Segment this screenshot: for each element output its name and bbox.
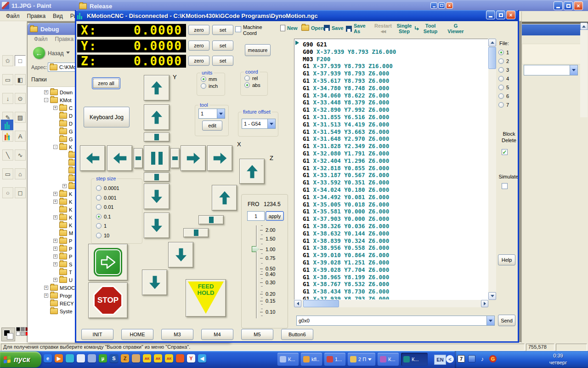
ellipse-tool-icon[interactable]: ○ <box>2 187 13 198</box>
file-icon-selected[interactable] <box>1 120 13 130</box>
jog-z-minus-step-button[interactable] <box>183 228 209 237</box>
minimize-icon[interactable] <box>430 2 437 9</box>
jog-z-plus-step-button[interactable] <box>198 215 224 224</box>
tree-expand-icon[interactable]: + <box>44 286 48 290</box>
chevron-down-icon[interactable] <box>66 52 70 54</box>
toolbar-tool-setup[interactable]: Tool Setup <box>422 23 439 34</box>
tray-collapse-icon[interactable]: < <box>446 355 454 363</box>
rectangle-tool-icon[interactable]: ▭ <box>2 168 13 179</box>
toolbar-new[interactable]: New <box>280 25 298 31</box>
antivirus-icon[interactable]: G <box>489 355 497 362</box>
toolbar-single-step[interactable]: Single Step <box>396 23 420 34</box>
jog-z-minus-fast-button[interactable] <box>142 270 167 295</box>
jog-x-minus-step-button[interactable] <box>134 148 143 168</box>
send-button[interactable]: Send <box>498 315 515 326</box>
display-settings-icon[interactable] <box>468 355 475 362</box>
debug-menu-item-1[interactable]: Правка <box>52 35 77 43</box>
brush-tool-icon[interactable]: ▨ <box>15 112 26 123</box>
step-size-option-0.0001[interactable]: 0.0001 <box>96 184 142 193</box>
file-option-1[interactable]: 1 <box>498 48 509 57</box>
release-window-titlebar[interactable]: Release × <box>76 1 455 11</box>
chevron-down-icon[interactable] <box>486 316 494 325</box>
rounded-rect-tool-icon[interactable]: ◻ <box>15 187 26 198</box>
tree-expand-icon[interactable]: + <box>53 262 57 266</box>
polygon-tool-icon[interactable]: ⌂ <box>15 168 26 179</box>
minimize-icon[interactable] <box>554 1 563 10</box>
macro-button-m5[interactable]: M5 <box>241 329 273 340</box>
ie-icon[interactable]: e <box>44 354 52 362</box>
back-label[interactable]: Назад <box>48 50 63 57</box>
tree-expand-icon[interactable]: + <box>53 247 57 251</box>
back-button[interactable]: ← <box>33 47 45 59</box>
tree-expand-icon[interactable]: - <box>53 145 57 149</box>
set-y-button[interactable]: set <box>212 40 233 51</box>
background-combobox[interactable] <box>524 65 578 75</box>
tree-expand-icon[interactable]: + <box>53 192 57 196</box>
set-z-button[interactable]: set <box>212 56 233 66</box>
ak-app-icon-2[interactable]: АК <box>154 354 162 362</box>
zero-y-button[interactable]: zero <box>188 40 209 51</box>
tree-expand-icon[interactable]: + <box>53 278 57 282</box>
file-option-2[interactable]: 2 <box>498 57 509 65</box>
tool-select[interactable]: 1 <box>198 109 225 119</box>
taskbar-task-0[interactable]: К... <box>277 353 299 366</box>
shared-folder-icon[interactable] <box>132 354 140 362</box>
debug-menu-item-0[interactable]: Файл <box>31 35 51 43</box>
vscroll-thumb[interactable] <box>488 47 496 69</box>
jog-y-plus-button[interactable] <box>144 104 170 130</box>
tree-expand-icon[interactable]: + <box>62 184 67 188</box>
messenger-icon[interactable] <box>66 354 74 362</box>
scrollbar-track[interactable] <box>580 30 588 117</box>
taskbar-task-3[interactable]: 2 П <box>348 353 375 366</box>
selected-list-row[interactable] <box>522 24 588 35</box>
im-arrow-icon[interactable]: ◀ <box>198 354 206 362</box>
list-row[interactable] <box>522 44 588 64</box>
current-colors-widget[interactable] <box>1 328 15 341</box>
scroll-up-button[interactable] <box>580 23 588 30</box>
fro-input[interactable] <box>247 211 265 221</box>
help-button[interactable]: Help <box>498 254 515 265</box>
set-x-button[interactable]: set <box>212 25 233 35</box>
scroll-down-button[interactable] <box>488 292 496 300</box>
photo-app-icon[interactable]: Z <box>121 354 129 362</box>
fixture-offset-select[interactable]: 1 - G54 <box>242 119 276 129</box>
paint-menu-item-2[interactable]: Вид <box>50 12 66 20</box>
cycle-start-button[interactable] <box>88 244 128 281</box>
minimize-icon[interactable] <box>486 11 495 19</box>
file-option-3[interactable]: 3 <box>498 65 509 74</box>
jog-z-plus-fast-button[interactable] <box>239 159 265 184</box>
paint-menu-item-0[interactable]: Файл <box>3 12 23 20</box>
step-size-option-0.01[interactable]: 0.01 <box>96 202 142 212</box>
kbs-icon[interactable]: S <box>110 354 118 362</box>
restore-icon[interactable] <box>438 2 445 9</box>
paint-menu-item-1[interactable]: Правка <box>24 12 49 20</box>
text-tool-icon[interactable]: A <box>15 131 26 142</box>
coord-option-abs[interactable]: abs <box>244 82 267 88</box>
jog-x-minus-fast-button[interactable] <box>80 145 105 171</box>
hscroll-thumb[interactable] <box>303 300 339 307</box>
tree-expand-icon[interactable]: + <box>44 90 48 94</box>
file-option-6[interactable]: 6 <box>498 92 509 100</box>
jog-pause-button[interactable] <box>144 145 170 171</box>
jog-x-minus-button[interactable] <box>107 145 132 171</box>
close-icon[interactable]: × <box>446 2 453 9</box>
taskbar-task-5[interactable]: К... <box>401 353 428 366</box>
eyedropper-tool-icon[interactable]: ↓ <box>2 93 13 104</box>
chevron-down-icon[interactable] <box>267 119 275 128</box>
file-option-4[interactable]: 4 <box>498 74 509 83</box>
maximize-icon[interactable] <box>496 11 505 19</box>
tree-expand-icon[interactable]: + <box>44 293 48 298</box>
zero-z-button[interactable]: zero <box>188 56 209 66</box>
curve-tool-icon[interactable]: ∿ <box>15 150 26 161</box>
media-player-icon[interactable]: ▶ <box>55 354 63 362</box>
macro-button-init[interactable]: INIT <box>81 329 113 340</box>
fro-apply-button[interactable]: apply <box>266 211 284 221</box>
jog-x-plus-fast-button[interactable] <box>207 145 232 171</box>
toolbar-restart[interactable]: Restart◀◀ <box>374 23 392 34</box>
chevron-down-icon[interactable] <box>570 65 577 75</box>
ak-app-icon-3[interactable]: АК <box>165 354 173 362</box>
stop-button[interactable]: STOP <box>88 282 128 318</box>
file-option-5[interactable]: 5 <box>498 83 509 92</box>
feed-hold-button[interactable]: FEED HOLD <box>186 279 226 317</box>
step-size-option-0.1[interactable]: 0.1 <box>96 212 142 222</box>
